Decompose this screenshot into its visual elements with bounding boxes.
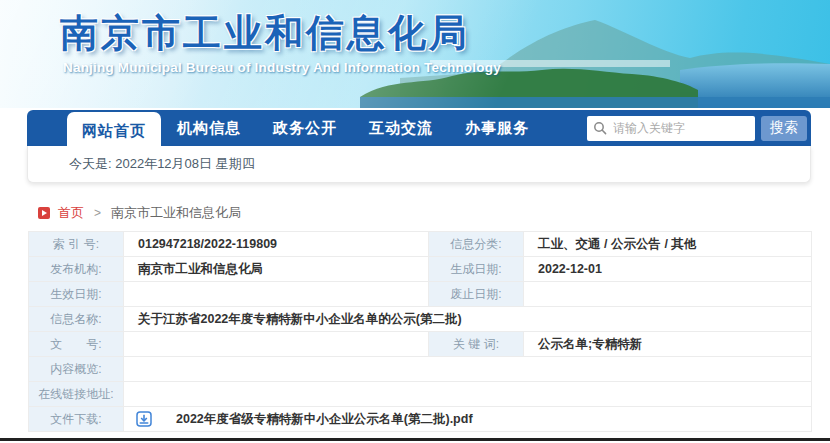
- breadcrumb-home-link[interactable]: 首页: [58, 204, 84, 222]
- label-online-link: 在线链接地址:: [29, 382, 124, 407]
- label-index-number: 索 引 号:: [29, 232, 124, 257]
- nav-card: 网站首页 机构信息 政务公开 互动交流 办事服务 搜索 今天是: 2022年12…: [27, 110, 811, 183]
- file-download-cell: 2022年度省级专精特新中小企业公示名单(第二批).pdf: [124, 407, 812, 432]
- value-keywords: 公示名单;专精特新: [524, 332, 812, 357]
- download-icon[interactable]: [136, 411, 152, 427]
- window-bottom-edge: [0, 438, 830, 441]
- value-info-category: 工业、交通 / 公示公告 / 其他: [524, 232, 812, 257]
- tab-org-info[interactable]: 机构信息: [177, 119, 241, 138]
- label-info-category: 信息分类:: [429, 232, 524, 257]
- value-generate-date: 2022-12-01: [524, 257, 812, 282]
- value-effective-date: [124, 282, 429, 307]
- label-effective-date: 生效日期:: [29, 282, 124, 307]
- download-file-link[interactable]: 2022年度省级专精特新中小企业公示名单(第二批).pdf: [176, 411, 473, 428]
- label-content-overview: 内容概览:: [29, 357, 124, 382]
- site-banner: 南京市工业和信息化局 Nanjing Municipal Bureau of I…: [0, 0, 830, 108]
- label-file-download: 文件下载:: [29, 407, 124, 432]
- value-online-link: [124, 382, 812, 407]
- tab-gov-disclosure[interactable]: 政务公开: [273, 119, 337, 138]
- label-abolish-date: 废止日期:: [429, 282, 524, 307]
- label-doc-number: 文 号:: [29, 332, 124, 357]
- value-index-number: 012947218/2022-119809: [124, 232, 429, 257]
- breadcrumb-current: 南京市工业和信息化局: [111, 204, 241, 222]
- date-bar: 今天是: 2022年12月08日 星期四: [27, 146, 811, 183]
- breadcrumb: 首页 > 南京市工业和信息化局: [38, 205, 241, 221]
- value-content-overview: [124, 357, 812, 382]
- main-navigation: 网站首页 机构信息 政务公开 互动交流 办事服务 搜索: [27, 110, 811, 146]
- value-doc-number: [124, 332, 429, 357]
- tab-home[interactable]: 网站首页: [67, 112, 161, 150]
- tab-interaction[interactable]: 互动交流: [369, 119, 433, 138]
- label-publisher: 发布机构:: [29, 257, 124, 282]
- label-generate-date: 生成日期:: [429, 257, 524, 282]
- label-info-name: 信息名称:: [29, 307, 124, 332]
- breadcrumb-separator: >: [94, 206, 101, 220]
- site-title: 南京市工业和信息化局: [60, 8, 470, 59]
- search-area: 搜索: [587, 116, 807, 141]
- site-subtitle: Nanjing Municipal Bureau of Industry And…: [63, 60, 501, 75]
- home-arrow-icon: [38, 207, 50, 219]
- value-info-name: 关于江苏省2022年度专精特新中小企业名单的公示(第二批): [124, 307, 812, 332]
- info-table: 索 引 号: 012947218/2022-119809 信息分类: 工业、交通…: [28, 231, 812, 432]
- search-button[interactable]: 搜索: [761, 116, 807, 141]
- search-field-wrap: [587, 116, 755, 141]
- label-keywords: 关 键 词:: [429, 332, 524, 357]
- value-abolish-date: [524, 282, 812, 307]
- search-input[interactable]: [613, 121, 768, 135]
- search-icon: [593, 121, 607, 135]
- value-publisher: 南京市工业和信息化局: [124, 257, 429, 282]
- current-date-text: 今天是: 2022年12月08日 星期四: [69, 155, 255, 173]
- tab-services[interactable]: 办事服务: [465, 119, 529, 138]
